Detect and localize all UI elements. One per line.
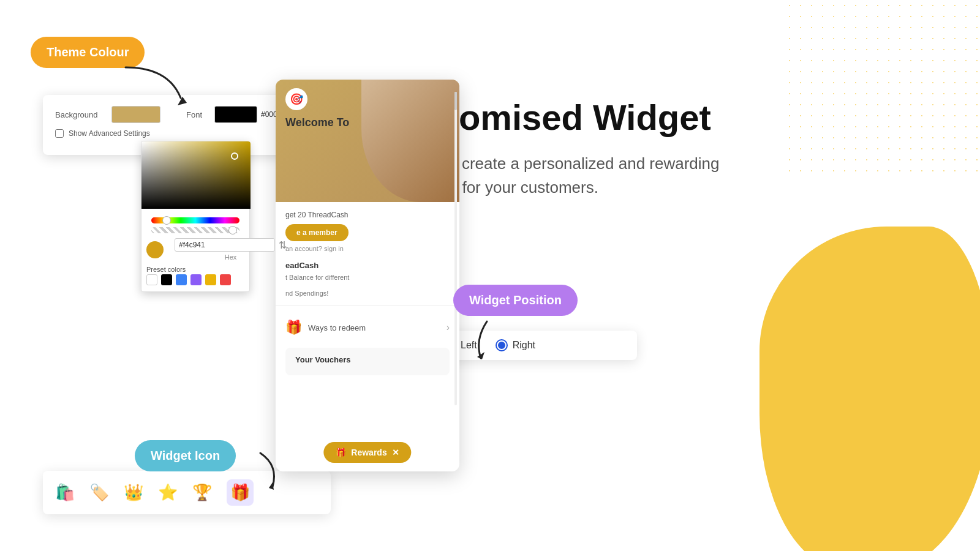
rewards-bar[interactable]: 🎁 Rewards ✕ [323, 442, 411, 463]
theme-colour-arrow [119, 61, 193, 110]
font-label: Font [186, 110, 202, 119]
widget-icon-trophy[interactable]: 🏆 [192, 483, 212, 502]
color-picker-popup: ⇅ Hex Preset colors [141, 141, 250, 292]
content-divider [276, 305, 459, 306]
hex-label: Hex [170, 253, 292, 261]
svg-marker-0 [178, 97, 187, 105]
ways-to-redeem-row[interactable]: 🎁 Ways to redeem › [285, 312, 450, 343]
hex-input[interactable] [175, 238, 275, 252]
widget-icon-star[interactable]: ⭐ [158, 483, 178, 502]
advanced-settings-label: Show Advanced Settings [69, 129, 150, 138]
background-label: Background [55, 110, 104, 119]
preset-color-blue[interactable] [176, 274, 187, 285]
section-desc1: t Balance for different [285, 274, 450, 281]
rewards-icon: 🎁 [336, 448, 346, 457]
widget-icon-bag[interactable]: 🛍️ [55, 483, 75, 502]
ways-label: Ways to redeem [308, 323, 366, 332]
widget-preview: 🎯 Welcome To get 20 ThreadCash e a membe… [276, 80, 459, 471]
position-arrow [462, 315, 511, 364]
yellow-blob-decoration [760, 227, 980, 551]
scrollbar-thumb[interactable] [454, 92, 457, 110]
ways-arrow-icon: › [447, 322, 450, 333]
preset-color-white[interactable] [146, 274, 157, 285]
signin-text: an account? sign in [285, 245, 450, 252]
widget-icon-badge: Widget Icon [135, 440, 236, 471]
voucher-section: Your Vouchers [285, 348, 450, 375]
rewards-label: Rewards [351, 448, 386, 457]
hue-slider[interactable] [151, 217, 239, 223]
preset-color-red[interactable] [220, 274, 231, 285]
svg-marker-1 [477, 352, 484, 359]
threadcash-info: get 20 ThreadCash [285, 211, 450, 219]
widget-header: 🎯 Welcome To [276, 80, 459, 202]
color-gradient-canvas[interactable] [141, 141, 251, 209]
rewards-close-icon[interactable]: ✕ [392, 448, 399, 457]
hex-input-toggle[interactable]: ⇅ [279, 239, 287, 251]
widget-logo: 🎯 [285, 88, 307, 110]
dot-pattern-decoration [784, 0, 980, 171]
font-color-swatch[interactable] [214, 106, 257, 123]
font-hex-text: #000 [261, 110, 277, 119]
preset-color-purple[interactable] [190, 274, 202, 285]
scrollbar[interactable] [454, 92, 457, 405]
section-title: eadCash [285, 261, 450, 270]
preset-colors-row [141, 274, 249, 285]
color-picker-dot[interactable] [231, 152, 238, 160]
widget-position-selector: Left Right [429, 331, 637, 360]
preset-color-black[interactable] [161, 274, 172, 285]
ways-icon: 🎁 [285, 320, 302, 335]
alpha-slider-thumb[interactable] [228, 226, 237, 234]
alpha-slider[interactable] [151, 227, 239, 233]
preset-colors-label: Preset colors [141, 263, 249, 274]
preset-color-yellow[interactable] [205, 274, 216, 285]
widget-position-badge: Widget Position [453, 285, 578, 316]
widget-content: get 20 ThreadCash e a member an account?… [276, 202, 459, 384]
advanced-settings-checkbox[interactable] [55, 129, 64, 138]
become-member-btn[interactable]: e a member [285, 224, 349, 241]
voucher-title: Your Vouchers [295, 355, 440, 364]
position-right-label: Right [513, 340, 535, 351]
hue-slider-thumb[interactable] [162, 216, 171, 225]
widget-header-image [361, 80, 459, 202]
widget-icon-arrow [242, 447, 291, 496]
color-preview-circle [146, 241, 164, 258]
widget-icon-crown[interactable]: 👑 [124, 483, 143, 502]
widget-welcome-text: Welcome To [285, 116, 349, 129]
section-desc2: nd Spendings! [285, 290, 450, 297]
widget-icon-tag[interactable]: 🏷️ [89, 483, 109, 502]
